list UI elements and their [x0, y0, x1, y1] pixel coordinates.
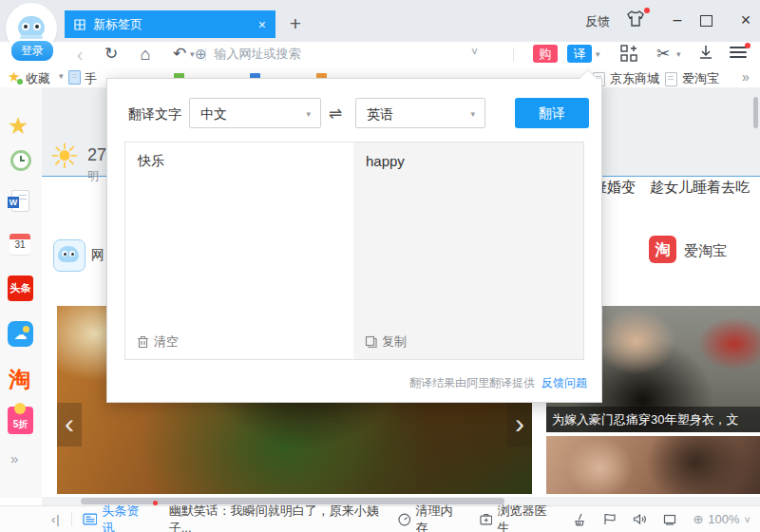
favorites-star-icon[interactable]: ★ — [8, 68, 20, 86]
weather-temperature: 27 — [87, 145, 106, 165]
feedback-button[interactable]: 反馈 — [585, 13, 610, 30]
vertical-scrollbar-thumb[interactable] — [753, 97, 758, 128]
result-text: happy — [366, 153, 405, 169]
site-safety-icon: ⊕ — [195, 46, 207, 63]
toutiao-news-label: 头条资讯 — [102, 503, 150, 532]
bookmark-item-label: 手 — [85, 70, 97, 87]
translate-button[interactable]: 译 — [567, 45, 592, 63]
feedback-issue-link[interactable]: 反馈问题 — [542, 376, 587, 390]
copy-button[interactable]: 复制 — [365, 333, 407, 351]
bookmark-favicon — [68, 70, 81, 85]
sidebar-weather-icon[interactable]: ☁ — [8, 321, 33, 347]
clean-traces-broom-icon[interactable] — [573, 513, 587, 526]
octopus-mascot-icon — [18, 16, 45, 37]
target-language-select[interactable]: 英语 ▾ — [355, 98, 485, 128]
undo-dropdown-caret[interactable]: ▾ — [190, 49, 195, 59]
new-tab-button[interactable]: + — [283, 11, 308, 36]
zoom-caret: ˅ — [745, 514, 750, 525]
minimize-button[interactable]: – — [665, 10, 690, 32]
translate-dropdown-caret[interactable]: ▾ — [596, 49, 600, 59]
news-ticker[interactable]: 幽默笑话：我瞬间就明白了，原来小姨子... — [169, 503, 398, 532]
aitaobao-card-label[interactable]: 爱淘宝 — [684, 242, 727, 260]
browser-doctor-label: 浏览器医生 — [497, 503, 557, 532]
translation-credit: 翻译结果由阿里翻译提供 — [409, 376, 535, 390]
undo-close-tab-button[interactable]: ↶ — [169, 43, 190, 66]
clean-memory-label: 清理内存 — [416, 503, 464, 532]
word-logo: W — [8, 197, 19, 208]
back-button[interactable]: ‹ — [70, 43, 89, 66]
popup-arrow-fill — [580, 70, 597, 79]
clean-memory-button[interactable]: 清理内存 — [398, 503, 464, 532]
carousel-next-arrow[interactable]: › — [507, 403, 532, 446]
windowed-mode-icon[interactable] — [663, 514, 676, 525]
tab-close-icon[interactable]: × — [258, 17, 266, 32]
main-menu-icon[interactable] — [730, 47, 747, 60]
browser-doctor-button[interactable]: 浏览器医生 — [480, 503, 558, 532]
download-icon[interactable] — [697, 44, 714, 61]
refresh-button[interactable]: ↻ — [101, 43, 122, 66]
bookmark-item-label: 爱淘宝 — [682, 70, 719, 87]
screenshot-scissors-icon[interactable]: ✂ — [654, 43, 673, 66]
sidebar-history-icon[interactable] — [10, 150, 31, 171]
swap-languages-icon[interactable]: ⇌ — [329, 104, 342, 124]
zoom-magnifier-icon: ⊕ — [693, 512, 703, 526]
shopping-button[interactable]: 购 — [533, 45, 558, 63]
address-placeholder: 输入网址或搜索 — [215, 46, 301, 63]
select-caret-icon: ▾ — [470, 99, 475, 129]
window-close-button[interactable]: × — [733, 9, 758, 31]
discount-coin-icon — [14, 403, 26, 414]
mute-speaker-icon[interactable] — [633, 513, 647, 525]
favorites-caret[interactable]: ▾ — [59, 71, 64, 81]
address-bar[interactable]: ⊕ 输入网址或搜索 — [195, 43, 480, 66]
news-photo-bottom[interactable] — [546, 436, 760, 494]
skin-tshirt-icon[interactable] — [625, 10, 648, 32]
copy-icon — [365, 335, 377, 349]
sidebar-word-doc-icon[interactable]: W — [11, 190, 29, 212]
bookmark-item-aitaobao[interactable]: 爱淘宝 — [665, 70, 719, 87]
weather-sun-icon: ☀ — [49, 137, 80, 177]
source-text-area[interactable]: 快乐 清空 — [124, 142, 354, 360]
result-text-area: happy 复制 — [353, 142, 584, 360]
address-dropdown-caret[interactable]: ˅ — [471, 46, 478, 59]
bookmarks-overflow-chevron[interactable]: » — [742, 69, 750, 85]
sidebar-calendar-icon[interactable]: 31 — [10, 234, 30, 255]
browser-window: 登录 新标签页 × + 反馈 – × ‹ ↻ ⌂ ↶ ▾ ⊕ 输入网址或搜索 ˅… — [0, 0, 760, 532]
newtab-grid-icon — [74, 19, 86, 30]
sidebar-favorites-icon[interactable]: ★ — [8, 112, 28, 140]
carousel-prev-arrow[interactable]: ‹ — [57, 403, 82, 446]
translate-submit-button[interactable]: 翻译 — [515, 98, 589, 128]
calendar-day: 31 — [10, 239, 30, 250]
screenshot-dropdown-caret[interactable]: ▾ — [676, 49, 681, 59]
collapse-panel-icon[interactable]: ‹| — [51, 512, 61, 526]
translator-footer: 翻译结果由阿里翻译提供反馈问题 — [409, 375, 587, 391]
statusbar-divider — [71, 512, 72, 526]
flag-report-icon[interactable] — [603, 513, 617, 525]
home-button[interactable]: ⌂ — [135, 43, 156, 66]
toutiao-news-button[interactable]: 头条资讯 — [83, 503, 151, 532]
bookmark-favicon — [665, 72, 677, 86]
target-language-value: 英语 — [367, 106, 393, 122]
favorites-label[interactable]: 收藏 — [26, 70, 50, 87]
bookmark-item-jd[interactable]: 京东商城 — [593, 70, 659, 87]
apps-add-icon[interactable] — [619, 44, 638, 63]
source-language-select[interactable]: 中文 ▾ — [189, 98, 321, 128]
sidebar-expand-chevron[interactable]: » — [10, 450, 18, 466]
aitaobao-card-icon[interactable]: 淘 — [649, 236, 676, 263]
bookmark-item[interactable]: 手 — [68, 70, 104, 87]
clear-button[interactable]: 清空 — [137, 333, 179, 351]
tab-new-tab-page[interactable]: 新标签页 × — [65, 10, 276, 38]
page-zoom-control[interactable]: ⊕ 100% ˅ — [693, 512, 750, 526]
copy-label: 复制 — [382, 333, 407, 351]
source-language-value: 中文 — [200, 106, 227, 122]
maximize-button[interactable] — [700, 15, 712, 27]
speed-dial-icon — [398, 513, 411, 526]
sidebar-toutiao-icon[interactable]: 头条 — [8, 276, 33, 301]
nav-site-octopus-icon[interactable] — [53, 239, 86, 272]
sidebar-taobao-icon[interactable]: 淘 — [9, 365, 30, 394]
news-headline-links[interactable]: 疑婚变 趁女儿睡着去吃 — [593, 179, 750, 197]
login-button[interactable]: 登录 — [10, 39, 55, 63]
nav-site-label-partial[interactable]: 网 — [91, 247, 104, 264]
medkit-icon — [480, 513, 493, 525]
clear-label: 清空 — [154, 333, 179, 351]
translator-title: 翻译文字 — [128, 106, 181, 124]
